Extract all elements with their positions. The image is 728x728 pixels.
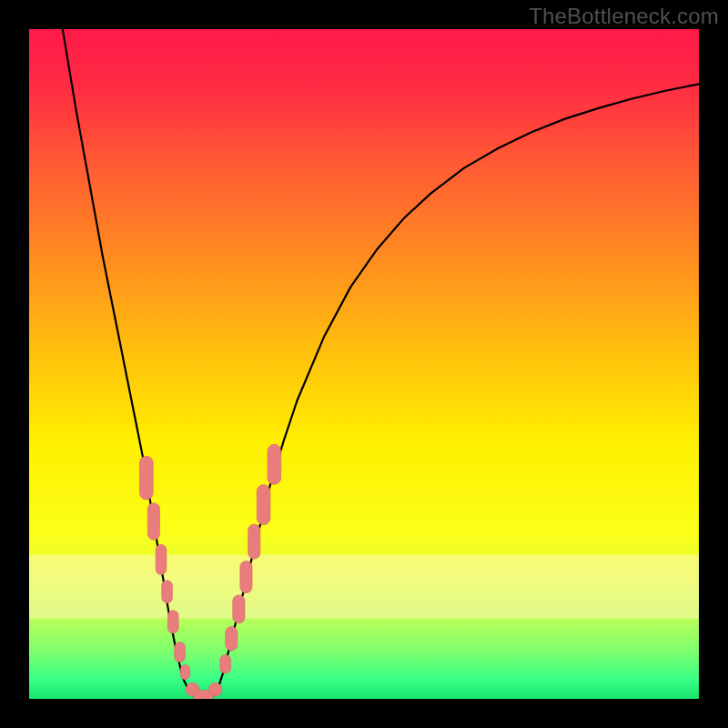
curve-marker [248,524,260,559]
plot-svg [29,29,699,699]
curve-marker [147,503,159,540]
curve-marker [268,444,281,484]
curve-marker [240,561,252,592]
plot-area [29,29,699,699]
watermark-text: TheBottleneck.com [529,4,719,29]
curve-marker [167,611,178,633]
curve-marker [233,595,245,623]
curve-marker [175,642,186,662]
curve-marker [162,581,173,603]
curve-marker [139,456,153,500]
curve-marker [180,664,189,679]
curve-marker [208,682,222,696]
curve-marker [156,544,167,574]
pale-band [29,555,699,619]
curve-marker [226,627,238,652]
curve-marker [220,654,231,673]
curve-marker [257,484,270,524]
chart-frame: TheBottleneck.com [0,0,728,728]
